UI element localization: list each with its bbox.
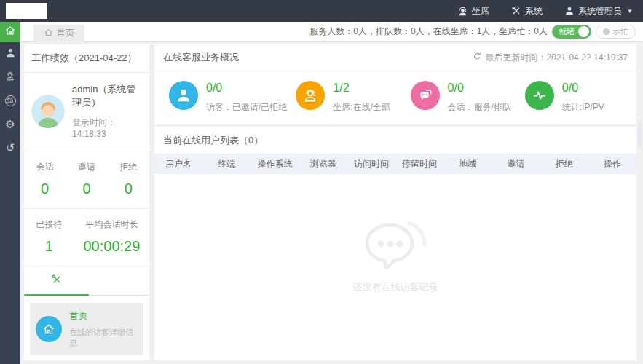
- menu-item-home[interactable]: 首页 在线的访客详细信息: [30, 303, 143, 355]
- ready-toggle-label: 就绪: [559, 26, 575, 37]
- column-header: 地域: [443, 158, 492, 170]
- column-header: 浏览器: [299, 158, 347, 170]
- panel-tabstrip: [24, 266, 149, 296]
- stat-card-label: 坐席:在线/全部: [333, 101, 390, 114]
- online-user-list: 当前在线用户列表（0） 用户名 终端 操作系统 浏览器 访问时间 停留时间 地域…: [154, 127, 636, 360]
- user-list-title: 当前在线用户列表（0）: [154, 127, 636, 154]
- menu-item-online-visitors[interactable]: 在线访客 在线的访客详细信息: [30, 358, 143, 360]
- user-icon: [5, 47, 16, 61]
- stat-card-value: 0/0: [206, 81, 287, 95]
- chevron-down-icon: ▼: [627, 8, 633, 15]
- sidebar-item-knowledge[interactable]: 知: [0, 89, 20, 112]
- topbar-item-system[interactable]: 系统: [511, 5, 543, 17]
- empty-chat-bubble-icon: [353, 214, 438, 278]
- scrollbar-thumb[interactable]: [638, 121, 642, 147]
- pulse-icon: [525, 81, 554, 110]
- stat-card-agents: 1/2 坐席:在线/全部: [287, 81, 401, 114]
- column-header: 终端: [202, 158, 251, 170]
- tools-icon: [51, 274, 63, 288]
- tools-tab[interactable]: [24, 266, 89, 296]
- stat-served: 已接待 1: [24, 218, 74, 255]
- sidebar: 知 ⚙ ↺: [0, 22, 20, 364]
- history-icon: ↺: [6, 142, 15, 153]
- panel-menu: 首页 在线的访客详细信息 在线访客 在线的访客详细信息: [24, 296, 149, 360]
- avatar: [31, 95, 65, 128]
- home-icon: [4, 25, 16, 39]
- column-header: 操作系统: [251, 158, 299, 170]
- agent-headset-icon: [457, 6, 468, 17]
- sidebar-item-visitors[interactable]: [0, 42, 20, 66]
- content-area: 工作绩效（2021-04-22） admin（系统管理员） 登录时间：14:18…: [20, 42, 643, 364]
- gear-icon: ⚙: [5, 119, 15, 130]
- user-icon: [564, 6, 575, 16]
- served-stats-row: 已接待 1 平均会话时长 00:00:29: [24, 208, 149, 266]
- stat-card-value: 0/0: [448, 81, 511, 95]
- stat-card-label: 统计:IP/PV: [562, 101, 604, 114]
- knowledge-icon: 知: [5, 95, 16, 106]
- sidebar-item-agents[interactable]: [0, 66, 20, 89]
- agent-headset-icon: [296, 81, 325, 110]
- sidebar-item-settings[interactable]: ⚙: [0, 112, 20, 135]
- tab-bar: 首页 服务人数：0人，排队数：0人，在线坐席：1人，坐席忙：0人 就绪 示忙: [20, 22, 643, 42]
- visitor-icon: [169, 81, 198, 110]
- tools-icon: [511, 6, 521, 16]
- sidebar-item-history[interactable]: ↺: [0, 135, 20, 159]
- home-icon: [44, 28, 53, 39]
- column-header: 用户名: [154, 158, 202, 170]
- column-header: 访问时间: [347, 158, 395, 170]
- empty-state: 还没有在线访客记录: [154, 214, 636, 294]
- profile-login-time: 登录时间：14:18:33: [72, 116, 142, 139]
- tab-home-label: 首页: [57, 27, 74, 39]
- stat-card-label: 会话：服务/排队: [448, 101, 511, 114]
- chat-icon: [411, 81, 440, 110]
- agent-headset-icon: [5, 71, 16, 84]
- user-menu[interactable]: 系统管理员 ▼: [564, 5, 633, 17]
- overview-card: 在线客服业务概况 最后更新时间：2021-04-22 14:19:37: [154, 44, 636, 124]
- profile-name: admin（系统管理员）: [72, 83, 142, 109]
- toggle-knob: [578, 26, 589, 37]
- stat-sessions: 会话 0: [24, 161, 66, 197]
- menu-item-title: 首页: [69, 309, 138, 323]
- stat-avg-duration: 平均会话时长 00:00:29: [74, 218, 149, 255]
- topbar-item-label: 坐席: [472, 5, 489, 17]
- home-icon: [36, 316, 62, 342]
- service-status-text: 服务人数：0人，排队数：0人，在线坐席：1人，坐席忙：0人: [309, 25, 548, 38]
- topbar-item-agent[interactable]: 坐席: [457, 5, 489, 17]
- menu-item-desc: 在线的访客详细信息: [69, 327, 138, 349]
- last-updated-text: 最后更新时间：2021-04-22 14:19:37: [486, 52, 628, 64]
- stat-card-label: 访客：已邀请/已拒绝: [206, 101, 287, 114]
- overview-title: 在线客服业务概况: [163, 51, 239, 64]
- session-stats-row: 会话 0 邀请 0 拒绝 0: [24, 151, 149, 208]
- performance-panel: 工作绩效（2021-04-22） admin（系统管理员） 登录时间：14:18…: [24, 44, 149, 360]
- sidebar-item-home[interactable]: [0, 22, 20, 42]
- stat-card-visitors: 0/0 访客：已邀请/已拒绝: [160, 81, 287, 114]
- ready-toggle[interactable]: 就绪: [552, 25, 591, 39]
- performance-panel-title: 工作绩效（2021-04-22）: [24, 44, 149, 73]
- stat-card-value: 0/0: [562, 81, 604, 95]
- user-menu-label: 系统管理员: [578, 5, 622, 17]
- stat-card-sessions: 0/0 会话：服务/排队: [402, 81, 516, 114]
- table-header-row: 用户名 终端 操作系统 浏览器 访问时间 停留时间 地域 邀请 拒绝 操作: [154, 154, 636, 174]
- column-header: 操作: [588, 158, 636, 170]
- tab-home[interactable]: 首页: [33, 25, 84, 42]
- column-header: 邀请: [492, 158, 540, 170]
- column-header: 停留时间: [395, 158, 443, 170]
- topbar-item-label: 系统: [525, 5, 543, 17]
- refresh-icon: [473, 52, 482, 63]
- app-logo: [6, 3, 47, 19]
- topbar: 坐席 系统 系统管理员 ▼: [0, 0, 643, 22]
- empty-state-text: 还没有在线访客记录: [353, 281, 438, 294]
- busy-button-label: 示忙: [612, 26, 628, 37]
- stat-rejections: 拒绝 0: [108, 161, 149, 197]
- stat-card-value: 1/2: [333, 81, 390, 95]
- last-updated[interactable]: 最后更新时间：2021-04-22 14:19:37: [473, 52, 628, 64]
- stat-card-traffic: 0/0 统计:IP/PV: [516, 81, 631, 114]
- profile-block: admin（系统管理员） 登录时间：14:18:33: [24, 73, 149, 151]
- busy-dot-icon: [603, 28, 610, 35]
- stat-invites: 邀请 0: [66, 161, 107, 197]
- busy-button[interactable]: 示忙: [596, 25, 636, 39]
- column-header: 拒绝: [540, 158, 588, 170]
